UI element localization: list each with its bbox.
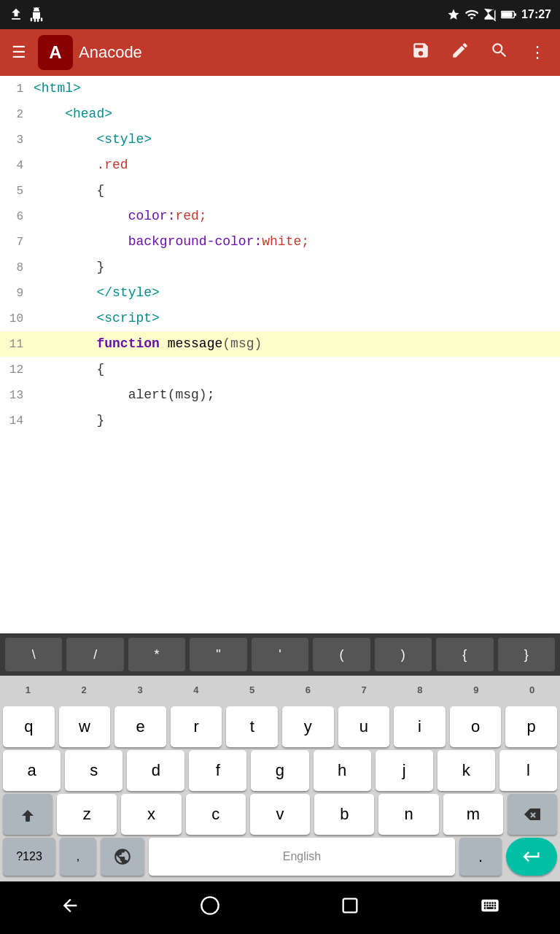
globe-key[interactable] [101, 838, 144, 876]
toolbar-actions: ⋮ [402, 35, 554, 70]
key-i[interactable]: i [394, 706, 446, 747]
app-title: Anacode [79, 43, 397, 62]
key-p[interactable]: p [505, 706, 557, 747]
code-line-5[interactable]: 5 { [0, 178, 560, 204]
code-line-11[interactable]: 11 function message(msg) [0, 331, 560, 357]
key-closecurly[interactable]: } [498, 638, 555, 671]
code-line-4[interactable]: 4 .red [0, 153, 560, 178]
enter-key[interactable] [506, 838, 557, 876]
key-e[interactable]: e [114, 706, 166, 747]
key-asterisk[interactable]: * [128, 638, 185, 671]
key-h[interactable]: h [314, 750, 371, 791]
num-1[interactable]: 1 [0, 684, 56, 695]
key-backslash[interactable]: \ [5, 638, 62, 671]
comma-key[interactable]: , [60, 838, 96, 876]
recents-button[interactable] [332, 888, 368, 928]
code-line-7[interactable]: 7 background-color:white; [0, 229, 560, 255]
key-s[interactable]: s [65, 750, 122, 791]
code-line-14[interactable]: 14 } [0, 408, 560, 433]
menu-icon[interactable]: ☰ [6, 37, 32, 68]
special-keys-bar: \ / * " ' ( ) { } [0, 633, 560, 676]
nav-bar [0, 881, 560, 934]
key-q[interactable]: q [3, 706, 55, 747]
num-sym-key[interactable]: ?123 [3, 838, 55, 876]
key-singlequote[interactable]: ' [252, 638, 308, 671]
download-icon [9, 7, 23, 22]
status-bar-right: 17:27 [447, 7, 551, 22]
code-line-1[interactable]: 1 <html> [0, 76, 560, 101]
keyboard-row-3: z x c v b n m [3, 794, 557, 835]
android-icon [29, 7, 44, 22]
key-k[interactable]: k [438, 750, 495, 791]
key-openparen[interactable]: ( [313, 638, 370, 671]
toolbar: ☰ A Anacode ⋮ [0, 29, 560, 76]
key-x[interactable]: x [121, 794, 181, 835]
key-d[interactable]: d [127, 750, 184, 791]
num-7[interactable]: 7 [336, 684, 392, 695]
more-options-button[interactable]: ⋮ [521, 37, 554, 68]
code-line-6[interactable]: 6 color:red; [0, 204, 560, 229]
space-key[interactable]: English [149, 838, 455, 876]
star-icon [447, 8, 460, 21]
num-9[interactable]: 9 [448, 684, 504, 695]
key-f[interactable]: f [189, 750, 246, 791]
key-u[interactable]: u [338, 706, 390, 747]
key-z[interactable]: z [57, 794, 117, 835]
code-line-13[interactable]: 13 alert(msg); [0, 382, 560, 408]
code-line-12[interactable]: 12 { [0, 357, 560, 382]
code-line-10[interactable]: 10 <script> [0, 306, 560, 331]
code-line-3[interactable]: 3 <style> [0, 127, 560, 153]
num-2[interactable]: 2 [56, 684, 112, 695]
keyboard-bottom-row: ?123 , English . [3, 838, 557, 876]
keyboard-toggle-button[interactable] [472, 888, 508, 928]
key-j[interactable]: j [376, 750, 433, 791]
save-button[interactable] [402, 35, 439, 70]
status-bar: 17:27 [0, 0, 560, 29]
num-0[interactable]: 0 [504, 684, 560, 695]
key-w[interactable]: w [59, 706, 111, 747]
code-lines: 1 <html> 2 <head> 3 <style> 4 .red 5 { 6… [0, 76, 560, 633]
key-m[interactable]: m [443, 794, 503, 835]
key-c[interactable]: c [186, 794, 246, 835]
code-line-2[interactable]: 2 <head> [0, 101, 560, 127]
key-o[interactable]: o [450, 706, 502, 747]
code-line-9[interactable]: 9 </style> [0, 280, 560, 306]
key-r[interactable]: r [171, 706, 222, 747]
svg-rect-5 [343, 898, 357, 912]
keyboard-row-1: q w e r t y u i o p [3, 706, 557, 747]
app-logo: A [38, 35, 73, 70]
home-button[interactable] [192, 888, 228, 928]
svg-point-4 [201, 897, 218, 914]
num-3[interactable]: 3 [112, 684, 168, 695]
status-bar-left-icons [9, 7, 44, 22]
backspace-key[interactable] [508, 794, 557, 835]
key-opencurly[interactable]: { [436, 638, 493, 671]
code-line-8[interactable]: 8 } [0, 255, 560, 280]
back-button[interactable] [52, 888, 88, 928]
key-forwardslash[interactable]: / [66, 638, 123, 671]
key-t[interactable]: t [226, 706, 278, 747]
signal-icon [483, 8, 497, 21]
edit-button[interactable] [442, 35, 478, 70]
key-l[interactable]: l [499, 750, 557, 791]
number-row: 1 2 3 4 5 6 7 8 9 0 [0, 676, 560, 703]
key-a[interactable]: a [3, 750, 61, 791]
num-4[interactable]: 4 [168, 684, 224, 695]
keyboard-row-2: a s d f g h j k l [3, 750, 557, 791]
period-key[interactable]: . [459, 838, 502, 876]
key-n[interactable]: n [378, 794, 438, 835]
wifi-icon [464, 7, 479, 22]
key-y[interactable]: y [282, 706, 334, 747]
key-doublequote[interactable]: " [190, 638, 246, 671]
shift-key[interactable] [3, 794, 52, 835]
num-6[interactable]: 6 [280, 684, 336, 695]
search-button[interactable] [481, 35, 518, 70]
num-8[interactable]: 8 [392, 684, 448, 695]
key-g[interactable]: g [251, 750, 308, 791]
battery-icon [501, 9, 517, 20]
key-v[interactable]: v [250, 794, 310, 835]
key-closeparen[interactable]: ) [375, 638, 432, 671]
code-editor[interactable]: 1 <html> 2 <head> 3 <style> 4 .red 5 { 6… [0, 76, 560, 633]
num-5[interactable]: 5 [224, 684, 280, 695]
key-b[interactable]: b [314, 794, 374, 835]
